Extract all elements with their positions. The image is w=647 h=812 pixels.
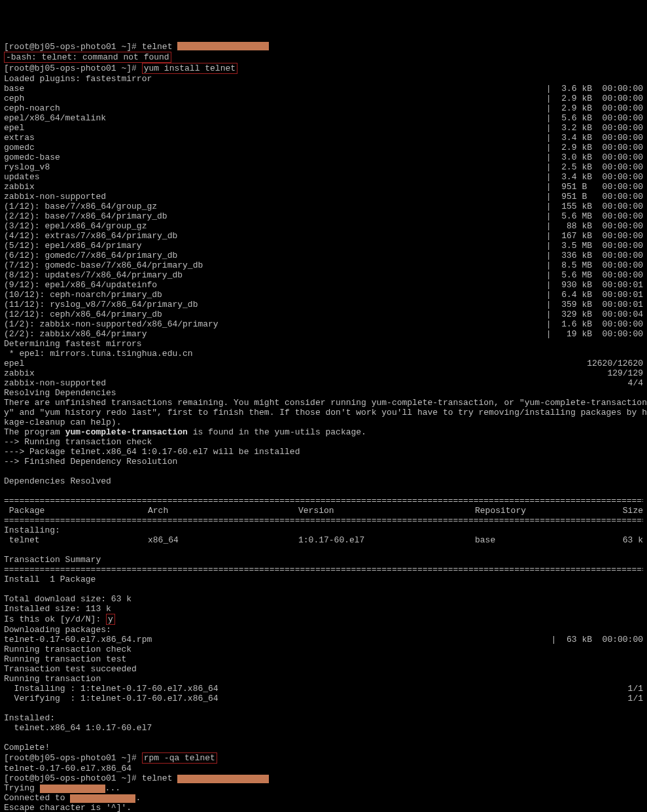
blank-line (4, 545, 643, 555)
prompt-line: [root@bj05-ops-photo01 ~]# telnet (4, 42, 643, 52)
repo-line: (9/12): epel/x86_64/updateinfo 930 kB 00… (4, 280, 643, 290)
repo-line: (3/12): epel/x86_64/group_gz 88 kB 00:00… (4, 221, 643, 231)
repo-line: (6/12): gomedc/7/x86_64/primary_db 336 k… (4, 251, 643, 260)
plugin-line: Loaded plugins: fastestmirror (4, 74, 643, 84)
repo-line: gomedc-base 3.0 kB 00:00:00 (4, 152, 643, 162)
download-line: telnet-0.17-60.el7.x86_64.rpm 63 kB 00:0… (4, 635, 643, 644)
blank-line (4, 733, 643, 743)
terminal[interactable]: [root@bj05-ops-photo01 ~]# telnet -bash:… (4, 42, 643, 812)
output-line: Running transaction test (4, 654, 643, 664)
blank-line (4, 486, 643, 496)
error-line: -bash: telnet: command not found (4, 52, 643, 63)
output-line: --> Running transaction check (4, 437, 643, 447)
install-line: Installing : 1:telnet-0.17-60.el7.x86_64… (4, 684, 643, 694)
redacted-host (177, 42, 269, 50)
output-line: Transaction Summary (4, 555, 643, 565)
repo-line: zabbix-non-supported 951 B 00:00:00 (4, 192, 643, 202)
blank-line (4, 467, 643, 476)
verify-line: Verifying : 1:telnet-0.17-60.el7.x86_641… (4, 694, 643, 703)
table-row: telnetx86_641:0.17-60.el7base63 k (4, 535, 643, 545)
repo-line: epel/x86_64/metalink 5.6 kB 00:00:00 (4, 113, 643, 123)
repo-line: updates 3.4 kB 00:00:00 (4, 172, 643, 182)
repo-line: extras 3.4 kB 00:00:00 (4, 133, 643, 143)
repo-line: (10/12): ceph-noarch/primary_db 6.4 kB 0… (4, 290, 643, 300)
repo-line: (2/2): zabbix/x86_64/primary 19 kB 00:00… (4, 329, 643, 339)
repo-line: ceph 2.9 kB 00:00:00 (4, 94, 643, 103)
count-line: epel12620/12620 (4, 359, 643, 368)
output-line: Transaction test succeeded (4, 664, 643, 674)
output-line: Complete! (4, 743, 643, 752)
repo-line: (8/12): updates/7/x86_64/primary_db 5.6 … (4, 270, 643, 280)
output-line: * epel: mirrors.tuna.tsinghua.edu.cn (4, 349, 643, 359)
repo-line: zabbix 951 B 00:00:00 (4, 182, 643, 192)
repo-line: gomedc 2.9 kB 00:00:00 (4, 143, 643, 152)
table-header: PackageArchVersionRepositorySize (4, 506, 643, 516)
output-line: ---> Package telnet.x86_64 1:0.17-60.el7… (4, 447, 643, 457)
output-line: Running transaction check (4, 644, 643, 654)
divider: ========================================… (4, 516, 643, 525)
output-line: Installing: (4, 525, 643, 535)
count-line: zabbix-non-supported4/4 (4, 378, 643, 388)
output-line: Installed: (4, 713, 643, 723)
output-line: Install 1 Package (4, 574, 643, 584)
output-line: y" and "yum history redo last", first to… (4, 408, 643, 417)
output-line: telnet-0.17-60.el7.x86_64 (4, 764, 643, 773)
repo-line: ryslog_v8 2.5 kB 00:00:00 (4, 162, 643, 172)
repo-line: (2/12): base/7/x86_64/primary_db 5.6 MB … (4, 211, 643, 221)
prompt-line: [root@bj05-ops-photo01 ~]# yum install t… (4, 63, 643, 74)
blank-line (4, 703, 643, 713)
repo-line: (4/12): extras/7/x86_64/primary_db 167 k… (4, 231, 643, 241)
divider: ========================================… (4, 496, 643, 506)
blank-line (4, 584, 643, 594)
repo-line: base 3.6 kB 00:00:00 (4, 84, 643, 94)
output-line: Downloading packages: (4, 625, 643, 635)
output-line: kage-cleanup can help). (4, 417, 643, 427)
redacted-ip (40, 785, 105, 793)
output-line: Determining fastest mirrors (4, 339, 643, 349)
redacted-host (177, 775, 269, 783)
output-line: The program yum-complete-transaction is … (4, 427, 643, 437)
divider: ========================================… (4, 565, 643, 574)
repo-line: ceph-noarch 2.9 kB 00:00:00 (4, 103, 643, 113)
output-line: There are unfinished transactions remain… (4, 398, 643, 408)
output-line: Dependencies Resolved (4, 476, 643, 486)
confirm-prompt: Is this ok [y/d/N]: y (4, 614, 643, 625)
repo-line: (12/12): ceph/x86_64/primary_db 329 kB 0… (4, 309, 643, 319)
repo-line: epel 3.2 kB 00:00:00 (4, 123, 643, 133)
rpm-qa-cmd: rpm -qa telnet (142, 752, 217, 764)
yum-install-cmd: yum install telnet (142, 63, 237, 74)
output-line: Escape character is '^]'. (4, 803, 643, 812)
repo-line: (5/12): epel/x86_64/primary 3.5 MB 00:00… (4, 241, 643, 251)
output-line: Total download size: 63 k (4, 594, 643, 604)
output-line: Resolving Dependencies (4, 388, 643, 398)
output-line: --> Finished Dependency Resolution (4, 457, 643, 467)
repo-line: (1/12): base/7/x86_64/group_gz 155 kB 00… (4, 202, 643, 211)
prompt-line: [root@bj05-ops-photo01 ~]# rpm -qa telne… (4, 752, 643, 764)
prompt-line: [root@bj05-ops-photo01 ~]# telnet (4, 773, 643, 783)
repo-line: (7/12): gomedc-base/7/x86_64/primary_db … (4, 260, 643, 270)
redacted-host (70, 794, 135, 803)
count-line: zabbix129/129 (4, 368, 643, 378)
repo-line: (1/2): zabbix-non-supported/x86_64/prima… (4, 319, 643, 329)
output-line: Installed size: 113 k (4, 604, 643, 614)
output-line: Connected to . (4, 793, 643, 803)
output-line: telnet.x86_64 1:0.17-60.el7 (4, 723, 643, 733)
output-line: Running transaction (4, 674, 643, 684)
repo-line: (11/12): ryslog_v8/7/x86_64/primary_db 3… (4, 300, 643, 309)
output-line: Trying ... (4, 783, 643, 793)
